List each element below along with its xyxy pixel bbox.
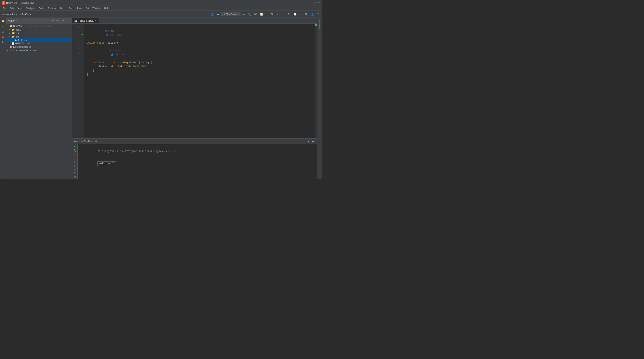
run-pin-icon[interactable]: 📌 bbox=[72, 176, 77, 178]
line-numbers: 1 2 3 4 5 6 bbox=[72, 24, 80, 138]
console-blank-line bbox=[80, 170, 315, 174]
tree-item-src-label: src bbox=[16, 36, 19, 38]
hint-line-2: no usages 👤 SEKITOMOKI bbox=[87, 45, 312, 61]
ide-help-icon[interactable]: ? bbox=[316, 12, 320, 16]
menu-build[interactable]: Build bbox=[58, 6, 67, 10]
bottom-content: ▶ 🔧 ■ ≡ ↓ 🖨 ⇌ 🗑 📌 "C:\Program Files\Java… bbox=[72, 144, 317, 180]
run-tab-close[interactable]: ✕ bbox=[95, 140, 97, 142]
run-play-icon[interactable]: ▶ bbox=[72, 145, 77, 148]
run-button[interactable]: ▶ bbox=[242, 12, 246, 16]
extlibs-expand-arrow: ▶ bbox=[6, 46, 9, 48]
menu-help[interactable]: Help bbox=[102, 6, 111, 10]
gutter-run-6 bbox=[80, 50, 84, 54]
sidebar-structure-icon[interactable]: ⊞ bbox=[0, 29, 5, 34]
project-panel: Project ▾ ⊕ ≡ ⚙ — ▾ 📁 HelloWorld E:\gite… bbox=[6, 18, 72, 180]
line-num-4: 4 bbox=[73, 44, 79, 48]
search-everywhere-icon[interactable]: 🔍 bbox=[304, 12, 309, 16]
code-content[interactable]: no usages 👤 SEKITOMOKI public class Test… bbox=[84, 24, 314, 138]
toolbar-right: 👤 ◀ ⚙ TestDemo ▾ ▶ 🐛 ⛾ 📊 ⋮ Git: ✓ ✓ ↻ 🕐 … bbox=[210, 12, 320, 16]
menu-edit[interactable]: Edit bbox=[8, 6, 16, 10]
tree-item-src[interactable]: ▾ 📁 src bbox=[6, 35, 72, 38]
menu-refactor[interactable]: Refactor bbox=[46, 6, 58, 10]
panel-collapse-icon[interactable]: ≡ bbox=[56, 18, 60, 23]
maximize-button[interactable]: □ bbox=[314, 2, 317, 4]
git-push-icon[interactable]: ✓ bbox=[281, 12, 286, 16]
src-expand-arrow: ▾ bbox=[9, 36, 11, 38]
app-logo: IJ bbox=[2, 1, 5, 4]
code-gutters: ▶ ○ ○ bbox=[80, 24, 84, 138]
testdemo-file-icon: ☕ bbox=[14, 39, 17, 41]
minimize-button[interactable]: — bbox=[310, 2, 313, 4]
tree-item-scratches[interactable]: ▶ ✏ Scratches and Consoles bbox=[6, 48, 72, 52]
menu-file[interactable]: File bbox=[1, 6, 8, 10]
left-sidebar: 📁 ✔ ⊞ 🔖 🔍 bbox=[0, 18, 6, 180]
console-cmd-line: "C:\Program Files\Java\jdk1.8.0_192\bin\… bbox=[80, 146, 315, 158]
tab-testdemo[interactable]: ☕ TestDemo.java ✕ bbox=[72, 18, 99, 23]
gutter-fold-4[interactable]: ○ bbox=[80, 43, 84, 47]
menu-git[interactable]: Git bbox=[84, 6, 90, 10]
sidebar-find-icon[interactable]: 🔍 bbox=[0, 40, 5, 45]
user-icon[interactable]: 👤 bbox=[210, 12, 214, 16]
menu-code[interactable]: Code bbox=[37, 6, 46, 10]
user-avatar-icon[interactable]: 👤 bbox=[310, 12, 314, 16]
run-settings-icon[interactable]: ⚙ bbox=[306, 139, 310, 144]
gutter-run-2[interactable]: ▶ bbox=[80, 32, 84, 36]
tree-item-iml[interactable]: 📄 HelloWorld.iml bbox=[6, 42, 72, 45]
sidebar-bookmarks-icon[interactable]: 🔖 bbox=[0, 35, 5, 40]
process-done-text: Process finished with exit code 0 bbox=[98, 178, 146, 180]
panel-settings-icon[interactable]: ⚙ bbox=[60, 18, 65, 23]
run-minimize-icon[interactable]: — bbox=[311, 139, 316, 144]
tree-item-out-label: out bbox=[16, 32, 19, 34]
tree-item-external-libs[interactable]: ▶ 📚 External Libraries bbox=[6, 45, 72, 48]
coverage-button[interactable]: ⛾ bbox=[253, 12, 258, 16]
title-bar-left: IJ HelloWorld - TestDemo.java bbox=[2, 1, 34, 4]
line-num-5: 5 bbox=[73, 48, 79, 52]
close-button[interactable]: ✕ bbox=[318, 2, 320, 4]
menu-tools[interactable]: Tools bbox=[75, 6, 84, 10]
bottom-panel: Run: ▶ TestDemo ✕ ⚙ — ▶ 🔧 ■ ≡ ↓ bbox=[72, 138, 317, 180]
git-update-icon[interactable]: ✓ bbox=[275, 12, 280, 16]
git-revert-icon[interactable]: ↩ bbox=[298, 12, 303, 16]
tree-root[interactable]: ▾ 📁 HelloWorld E:\gitee\Java_code\HelloW… bbox=[6, 24, 72, 28]
run-word-wrap-icon[interactable]: ⇌ bbox=[72, 168, 77, 171]
tab-java-icon: ☕ bbox=[74, 20, 77, 22]
iml-file-icon: 📄 bbox=[12, 42, 14, 44]
run-scroll-icon[interactable]: ↓ bbox=[72, 160, 77, 163]
menu-run[interactable]: Run bbox=[67, 6, 75, 10]
tree-item-out[interactable]: ▶ 📁 out bbox=[6, 32, 72, 35]
gutter-fold-2[interactable]: ○ bbox=[80, 36, 84, 40]
debug-button[interactable]: 🐛 bbox=[248, 12, 252, 16]
tree-item-testdemo[interactable]: ☕ TestDemo bbox=[6, 38, 72, 42]
git-fetch-icon[interactable]: ↻ bbox=[287, 12, 292, 16]
tab-close-button[interactable]: ✕ bbox=[95, 20, 96, 22]
console-output[interactable]: "C:\Program Files\Java\jdk1.8.0_192\bin\… bbox=[78, 144, 317, 180]
panel-hide-icon[interactable]: — bbox=[66, 18, 70, 23]
git-history-icon[interactable]: 🕐 bbox=[293, 12, 297, 16]
back-icon[interactable]: ◀ bbox=[216, 12, 220, 16]
menu-view[interactable]: View bbox=[16, 6, 24, 10]
panel-scroll-icon[interactable]: ⊕ bbox=[50, 18, 55, 23]
tab-testdemo-label: TestDemo.java bbox=[78, 20, 94, 22]
validation-ok-icon bbox=[315, 24, 317, 26]
run-filter-icon[interactable]: 🖨 bbox=[72, 164, 77, 167]
menu-window[interactable]: Window bbox=[91, 6, 102, 10]
run-stop-icon[interactable]: ■ bbox=[72, 153, 77, 156]
run-list-icon[interactable]: ≡ bbox=[72, 156, 77, 159]
hint-author-1: 👤 SEKITOMOKI bbox=[106, 34, 122, 36]
run-trash-icon[interactable]: 🗑 bbox=[72, 172, 77, 175]
tree-item-idea[interactable]: ▶ 📁 .idea bbox=[6, 28, 72, 32]
code-line-5: } bbox=[87, 73, 312, 76]
run-tab-testdemo[interactable]: ▶ TestDemo ✕ bbox=[80, 140, 98, 143]
code-line-1: public class TestDemo { bbox=[87, 41, 312, 45]
gutter-run-1[interactable] bbox=[80, 25, 84, 29]
root-expand-arrow: ▾ bbox=[6, 25, 9, 27]
run-config-selector[interactable]: ⚙ TestDemo ▾ bbox=[222, 12, 240, 16]
run-wrench-icon[interactable]: 🔧 bbox=[72, 149, 77, 152]
notifications-icon[interactable]: Notifications bbox=[318, 18, 322, 30]
sidebar-commit-icon[interactable]: ✔ bbox=[0, 24, 5, 29]
breadcrumb-project: HelloWorld bbox=[2, 13, 13, 16]
profile-button[interactable]: 📊 bbox=[259, 12, 264, 16]
more-run-button[interactable]: ⋮ bbox=[265, 12, 269, 16]
sidebar-project-icon[interactable]: 📁 bbox=[0, 18, 5, 24]
menu-navigate[interactable]: Navigate bbox=[24, 6, 36, 10]
